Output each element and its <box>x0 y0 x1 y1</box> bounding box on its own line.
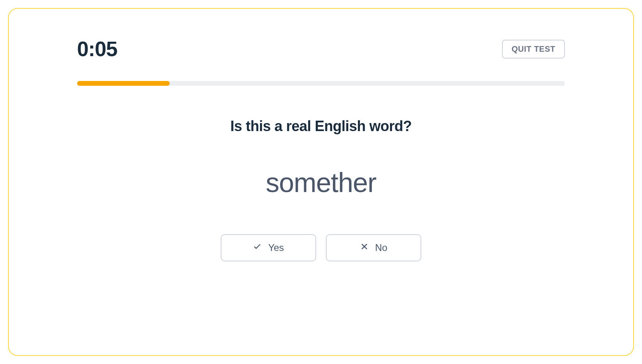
answer-buttons-row: Yes No <box>77 234 565 261</box>
no-button[interactable]: No <box>326 234 421 261</box>
progress-bar <box>77 81 565 86</box>
x-icon <box>360 242 369 253</box>
yes-label: Yes <box>268 242 284 253</box>
quit-test-button[interactable]: QUIT TEST <box>502 40 565 59</box>
check-icon <box>253 242 262 253</box>
yes-button[interactable]: Yes <box>221 234 316 261</box>
question-prompt: Is this a real English word? <box>77 118 565 135</box>
timer: 0:05 <box>77 37 117 61</box>
header-row: 0:05 QUIT TEST <box>77 37 565 61</box>
test-word: somether <box>77 167 565 198</box>
no-label: No <box>375 242 388 253</box>
progress-fill <box>77 81 170 86</box>
test-card: 0:05 QUIT TEST Is this a real English wo… <box>8 8 634 356</box>
